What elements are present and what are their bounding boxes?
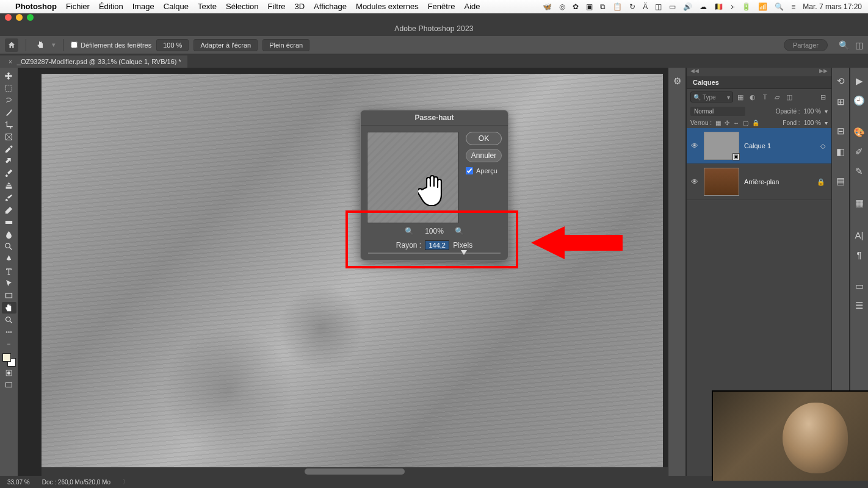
spotlight-icon[interactable]: 🔍 (775, 2, 784, 11)
status-doc[interactable]: Doc : 260,0 Mo/520,0 Mo (42, 479, 110, 486)
brushes-icon[interactable]: ✐ (853, 146, 866, 158)
filter-type-icon[interactable]: T (760, 92, 770, 102)
edit-toolbar[interactable]: ••• (2, 326, 16, 338)
move-tool[interactable] (2, 70, 16, 82)
info-icon[interactable]: ▭ (853, 280, 866, 292)
cancel-button[interactable]: Annuler (466, 149, 502, 162)
visibility-toggle[interactable]: 👁 (690, 178, 699, 186)
share-button[interactable]: Partager (784, 39, 828, 51)
flag-icon[interactable]: 🇧🇪 (714, 2, 723, 11)
layer-filter-type[interactable]: 🔍 Type ▾ (690, 92, 733, 102)
rectangle-tool[interactable] (2, 290, 16, 301)
filter-adjustment-icon[interactable]: ◐ (748, 92, 758, 102)
close-tab-icon[interactable]: × (9, 59, 12, 65)
color-icon[interactable]: 🎨 (853, 126, 866, 138)
menu-window[interactable]: Fenêtre (428, 2, 455, 11)
menu-file[interactable]: Fichier (66, 2, 90, 11)
layer-thumbnail[interactable]: ▣ (704, 132, 739, 160)
magic-wand-tool[interactable] (2, 107, 16, 118)
fill-value[interactable]: 100 % (804, 120, 821, 126)
fit-screen-button[interactable]: Adapter à l'écran (193, 39, 258, 51)
layer-row[interactable]: 👁 ▣ Calque 1 ◇ (687, 128, 831, 164)
blur-tool[interactable] (2, 229, 16, 240)
color-swatches[interactable] (2, 353, 16, 367)
lock-icon[interactable]: 🔒 (752, 120, 759, 126)
path-selection-tool[interactable] (2, 278, 16, 289)
menu-edit[interactable]: Édition (99, 2, 123, 11)
marquee-tool[interactable] (2, 82, 16, 94)
clone-stamp-tool[interactable] (2, 180, 16, 192)
menu-extra-icon[interactable]: 📋 (613, 2, 622, 11)
workspace-icon[interactable]: ◫ (855, 40, 863, 50)
canvas[interactable] (18, 68, 668, 476)
layer-name[interactable]: Arrière-plan (744, 178, 779, 185)
screen-mode-tool[interactable] (2, 379, 16, 391)
gradient-tool[interactable] (2, 217, 16, 228)
healing-brush-tool[interactable] (2, 156, 16, 167)
dodge-tool[interactable] (2, 241, 16, 253)
visibility-toggle[interactable]: 👁 (690, 142, 699, 150)
hand-tool[interactable] (2, 302, 16, 314)
filter-toggle[interactable]: ⊟ (818, 92, 828, 102)
blend-mode-select[interactable]: Normal (690, 107, 745, 116)
menu-extra-icon[interactable]: ☁ (700, 2, 707, 11)
frame-tool[interactable] (2, 131, 16, 143)
minimize-window-button[interactable] (16, 14, 23, 21)
menu-selection[interactable]: Sélection (226, 2, 258, 11)
layer-name[interactable]: Calque 1 (744, 142, 771, 149)
clock[interactable]: Mar. 7 mars 17:20 (803, 2, 862, 11)
quick-mask-tool[interactable] (2, 367, 16, 379)
search-icon[interactable]: 🔍 (839, 40, 849, 50)
libraries-icon[interactable]: ▤ (834, 175, 847, 187)
dialog-preview[interactable] (367, 132, 458, 223)
brush-tool[interactable] (2, 168, 16, 179)
sound-icon[interactable]: 🔊 (683, 2, 692, 11)
properties-icon[interactable]: ⊟ (834, 125, 847, 137)
filter-smart-icon[interactable]: ◫ (784, 92, 794, 102)
document-tab[interactable]: × _OZ93287-Modifier.psd @ 33,1% (Calque … (0, 56, 187, 68)
zoom-level[interactable]: 100 % (156, 39, 189, 51)
ok-button[interactable]: OK (466, 132, 502, 145)
lock-nested-icon[interactable]: ▢ (743, 120, 748, 126)
menu-extra-icon[interactable]: ✿ (573, 2, 579, 11)
pen-tool[interactable] (2, 253, 16, 265)
swatches-icon[interactable]: ▦ (853, 197, 866, 209)
menu-extra-icon[interactable]: ▣ (586, 2, 593, 11)
eyedropper-tool[interactable] (2, 143, 16, 155)
adjustments-icon[interactable]: ⚙ (671, 75, 683, 87)
app-menu[interactable]: Photoshop (15, 2, 57, 11)
preview-checkbox[interactable]: Aperçu (466, 167, 502, 174)
full-screen-button[interactable]: Plein écran (262, 39, 309, 51)
lasso-tool[interactable] (2, 95, 16, 106)
zoom-tool[interactable] (2, 314, 16, 326)
menu-filter[interactable]: Filtre (268, 2, 286, 11)
lock-pixel-icon[interactable]: ↔ (733, 120, 739, 126)
menu-extra-icon[interactable]: 🦋 (543, 2, 552, 11)
brush-settings-icon[interactable]: ✎ (853, 165, 866, 178)
menu-extra-icon[interactable]: ↻ (629, 2, 635, 11)
eraser-tool[interactable] (2, 204, 16, 216)
wifi-icon[interactable]: 📶 (758, 2, 767, 11)
zoom-out-icon[interactable]: 🔍 (405, 227, 414, 235)
type-tool[interactable] (2, 265, 16, 277)
lock-all-icon[interactable]: ▦ (715, 120, 721, 126)
menu-extra-icon[interactable]: ⧉ (600, 2, 606, 11)
close-window-button[interactable] (5, 14, 12, 21)
zoom-in-icon[interactable]: 🔍 (455, 227, 464, 235)
smart-filter-icon[interactable]: ◇ (820, 142, 825, 150)
control-center-icon[interactable]: ≡ (791, 2, 795, 11)
menu-3d[interactable]: 3D (294, 2, 305, 11)
presets-icon[interactable]: ⊞ (834, 96, 847, 108)
menu-help[interactable]: Aide (464, 2, 480, 11)
paragraph-icon[interactable]: ¶ (853, 248, 866, 260)
hand-tool-icon[interactable] (34, 38, 47, 52)
menu-extra-icon[interactable]: Ä (643, 2, 648, 11)
status-zoom[interactable]: 33,07 % (7, 479, 30, 486)
filter-pixel-icon[interactable]: ▦ (736, 92, 745, 102)
battery-icon[interactable]: 🔋 (742, 2, 751, 11)
scroll-windows-checkbox[interactable]: Défilement des fenêtres (71, 41, 151, 49)
history-icon[interactable]: 🕘 (853, 95, 866, 107)
menu-text[interactable]: Texte (198, 2, 217, 11)
layers-tab[interactable]: Calques (687, 76, 831, 89)
lock-position-icon[interactable]: ✢ (725, 120, 729, 126)
